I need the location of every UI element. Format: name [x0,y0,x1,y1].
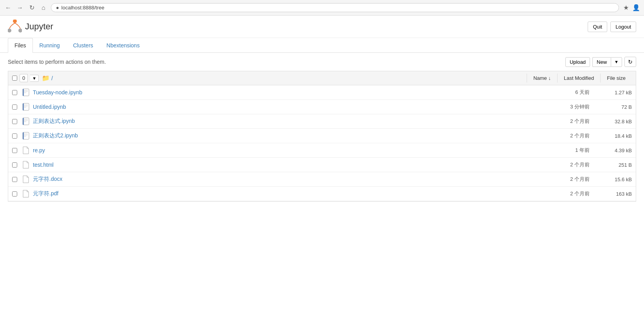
row-checkbox-1[interactable] [12,105,17,110]
folder-icon: 📁 [42,74,50,82]
file-name-0[interactable]: Tuesday-node.ipynb [33,89,516,96]
quit-button[interactable]: Quit [588,22,607,32]
count-dropdown-button[interactable]: ▼ [30,75,39,82]
file-modified-0: 6 天前 [519,89,590,96]
file-icon-5 [22,161,30,169]
notebook-icon [22,103,29,111]
file-modified-4: 1 年前 [519,147,590,154]
col-name-label: Name [533,75,547,81]
file-size-5: 251 B [593,162,632,168]
file-icon-7 [22,190,30,198]
file-name-5[interactable]: test.html [33,162,516,168]
row-checkbox-2[interactable] [12,119,17,124]
home-button[interactable]: ⌂ [39,4,48,12]
upload-button[interactable]: Upload [565,57,590,67]
row-checkbox-6[interactable] [12,177,17,182]
svg-point-0 [13,20,17,23]
row-checkbox-0[interactable] [12,90,17,95]
chrome-actions: ★ 👤 [622,4,640,12]
tab-files[interactable]: Files [8,38,33,53]
table-row: Tuesday-node.ipynb 6 天前 1.27 kB [8,85,636,100]
select-all-checkbox[interactable] [12,76,17,81]
file-icon-0 [22,88,30,96]
sort-icon: ↓ [548,75,551,81]
tab-running[interactable]: Running [33,38,67,53]
bookmark-icon[interactable]: ★ [622,4,630,12]
row-checkbox-5[interactable] [12,162,17,168]
jupyter-logo-icon [8,20,22,34]
file-icon-3 [22,132,30,140]
file-modified-3: 2 个月前 [519,132,590,139]
back-button[interactable]: ← [4,4,13,12]
file-list-container: 0 ▼ 📁 / Name ↓ Last Modified File size [0,71,644,209]
count-badge: 0 [20,74,28,82]
tab-nbextensions[interactable]: Nbextensions [100,38,146,53]
svg-point-2 [18,29,22,32]
toolbar-right: Upload New ▼ ↻ [565,57,636,67]
file-size-0: 1.27 kB [593,90,632,96]
header-buttons: Quit Logout [588,22,636,32]
file-name-4[interactable]: re.py [33,147,516,153]
file-table: 0 ▼ 📁 / Name ↓ Last Modified File size [8,71,636,202]
lock-icon: ● [56,5,59,11]
folder-path: 📁 / [42,74,53,82]
svg-rect-12 [23,103,24,110]
address-bar: ● localhost:8888/tree [51,3,619,12]
file-table-header: 0 ▼ 📁 / Name ↓ Last Modified File size [8,71,636,85]
col-modified-header[interactable]: Last Modified [557,74,600,83]
file-size-4: 4.39 kB [593,148,632,153]
select-all-area: 0 ▼ [12,74,39,82]
logout-button[interactable]: Logout [610,22,636,32]
table-row: 元字符.pdf 2 个月前 163 kB [8,187,636,201]
toolbar-instruction: Select items to perform actions on them. [8,59,106,65]
new-button[interactable]: New [592,57,611,67]
col-size-label: File size [607,75,626,81]
new-dropdown-button[interactable]: ▼ [611,57,622,67]
file-modified-2: 2 个月前 [519,118,590,125]
jupyter-logo: Jupyter [8,20,53,34]
table-row: test.html 2 个月前 251 B [8,158,636,172]
file-size-1: 72 B [593,104,632,110]
user-icon[interactable]: 👤 [632,4,640,12]
browser-chrome: ← → ↻ ⌂ ● localhost:8888/tree ★ 👤 [0,0,644,16]
tab-clusters[interactable]: Clusters [67,38,100,53]
file-name-6[interactable]: 元字符.docx [33,176,516,183]
file-icon-svg [23,161,29,169]
row-checkbox-4[interactable] [12,148,17,153]
url-text: localhost:8888/tree [61,5,104,11]
file-icon-4 [22,146,30,154]
notebook-icon [22,132,29,140]
tabs-row: Files Running Clusters Nbextensions [0,38,644,53]
file-icon-6 [22,175,30,183]
col-name-header[interactable]: Name ↓ [527,74,557,83]
new-button-group: New ▼ [592,57,622,67]
file-size-7: 163 kB [593,191,632,197]
toolbar: Select items to perform actions on them.… [0,53,644,71]
col-size-header[interactable]: File size [600,74,632,83]
svg-rect-7 [23,89,24,96]
file-rows: Tuesday-node.ipynb 6 天前 1.27 kB Untitled… [8,85,636,201]
logo-text: Jupyter [25,22,53,32]
file-modified-6: 2 个月前 [519,176,590,183]
file-size-2: 32.8 kB [593,119,632,124]
svg-rect-22 [23,132,24,139]
svg-rect-17 [23,118,24,125]
file-name-2[interactable]: 正则表达式.ipynb [33,118,516,125]
refresh-button[interactable]: ↻ [27,4,36,12]
path-text: / [51,75,53,81]
table-row: re.py 1 年前 4.39 kB [8,143,636,158]
file-size-6: 15.6 kB [593,177,632,182]
refresh-files-button[interactable]: ↻ [624,57,636,67]
notebook-icon [22,117,29,125]
file-name-7[interactable]: 元字符.pdf [33,190,516,197]
row-checkbox-3[interactable] [12,133,17,139]
file-modified-5: 2 个月前 [519,161,590,168]
forward-button[interactable]: → [16,4,24,12]
file-name-1[interactable]: Untitled.ipynb [33,104,516,110]
col-modified-label: Last Modified [564,75,594,81]
row-checkbox-7[interactable] [12,191,17,196]
file-name-3[interactable]: 正则表达式2.ipynb [33,132,516,139]
svg-point-1 [8,29,11,32]
file-icon-svg [23,175,29,183]
file-modified-7: 2 个月前 [519,190,590,197]
